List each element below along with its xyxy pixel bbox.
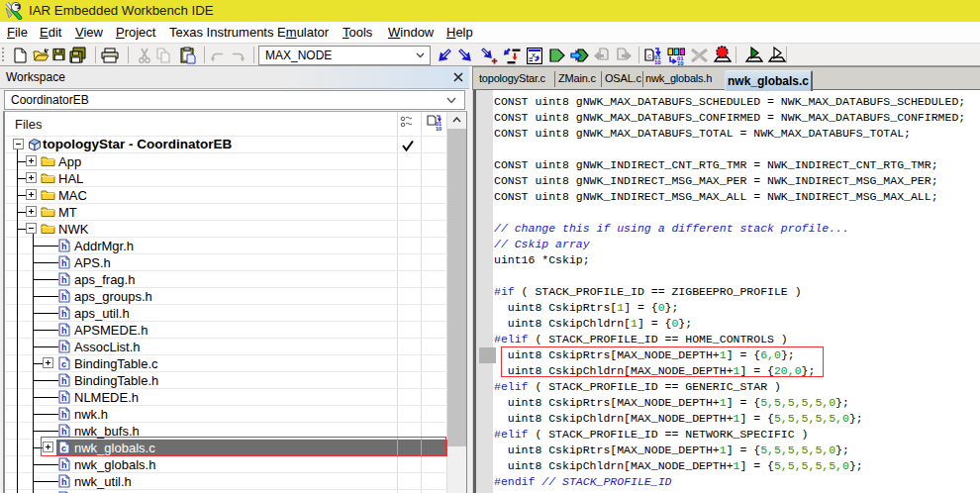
svg-text:h: h [61, 460, 67, 470]
svg-text:h: h [61, 376, 67, 386]
svg-text:h: h [61, 393, 67, 403]
svg-text:h: h [61, 410, 67, 420]
svg-text:h: h [61, 258, 67, 268]
svg-text:c: c [647, 52, 651, 60]
svg-text:10: 10 [654, 59, 661, 64]
svg-text:h: h [61, 292, 67, 302]
svg-text:10: 10 [677, 60, 684, 65]
svg-text:h: h [61, 326, 67, 336]
svg-text:h: h [61, 242, 67, 251]
svg-text:h: h [61, 275, 67, 285]
svg-text:h: h [61, 477, 67, 487]
svg-text:h: h [61, 427, 67, 437]
svg-text:h: h [61, 309, 67, 319]
svg-text:c: c [61, 359, 66, 369]
svg-text:h: h [61, 343, 67, 352]
